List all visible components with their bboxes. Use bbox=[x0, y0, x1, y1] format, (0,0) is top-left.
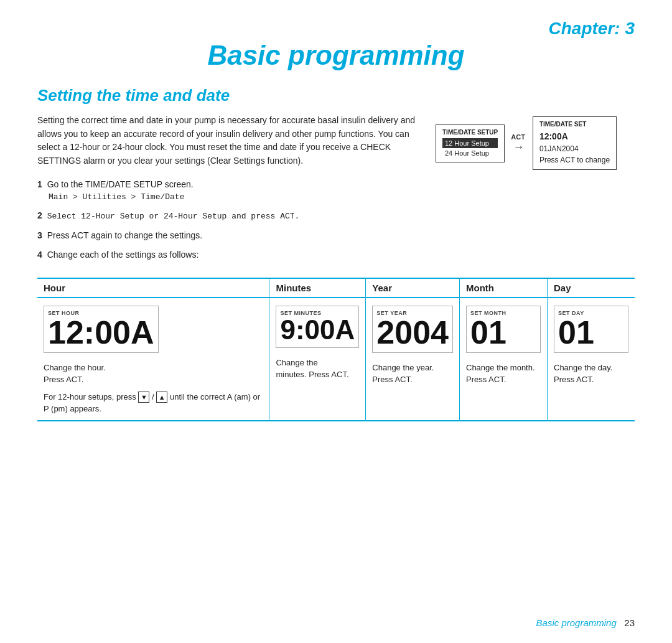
table-row-devices: SET HOUR 12:00A Change the hour. Press A… bbox=[37, 298, 635, 421]
minutes-desc: Change the minutes. Press ACT. bbox=[276, 357, 359, 381]
col-minutes: Minutes bbox=[269, 278, 366, 298]
diagram: TIME/DATE SETUP 12 Hour Setup 24 Hour Se… bbox=[436, 114, 635, 268]
footer-page: 23 bbox=[619, 617, 635, 628]
cell-year: SET YEAR 2004 Change the year. Press ACT… bbox=[366, 298, 460, 421]
chapter-label: Chapter: 3 bbox=[37, 19, 635, 39]
settings-table: Hour Minutes Year Month Day SET HOUR 12:… bbox=[37, 278, 635, 421]
cell-minutes: SET MINUTES 9:00A Change the minutes. Pr… bbox=[269, 298, 366, 421]
col-year: Year bbox=[366, 278, 460, 298]
section-title: Setting the time and date bbox=[37, 86, 635, 105]
step-4: 4 Change each of the settings as follows… bbox=[37, 248, 417, 261]
month-desc: Change the month. Press ACT. bbox=[466, 362, 541, 386]
diagram-arrow: → bbox=[513, 141, 525, 154]
diagram-act: ACT bbox=[511, 133, 525, 141]
cell-month: SET MONTH 01 Change the month. Press ACT… bbox=[460, 298, 548, 421]
cell-hour: SET HOUR 12:00A Change the hour. Press A… bbox=[37, 298, 269, 421]
step-2: 2 Select 12-Hour Setup or 24-Hour Setup … bbox=[37, 209, 417, 223]
year-desc: Change the year. Press ACT. bbox=[372, 362, 453, 386]
footer-text: Basic programming bbox=[536, 617, 617, 628]
col-month: Month bbox=[460, 278, 548, 298]
chapter-title: Basic programming bbox=[37, 40, 635, 71]
diagram-right: TIME/DATE SET 12:00A 01JAN2004 Press ACT… bbox=[533, 116, 617, 170]
step-1: 1 Go to the TIME/DATE SETUP screen. Main… bbox=[37, 178, 417, 204]
step-3: 3 Press ACT again to change the settings… bbox=[37, 229, 417, 242]
col-day: Day bbox=[548, 278, 635, 298]
diagram-left: TIME/DATE SETUP 12 Hour Setup 24 Hour Se… bbox=[436, 124, 505, 162]
up-arrow-icon: ▲ bbox=[156, 392, 167, 403]
page-footer: Basic programming 23 bbox=[536, 617, 635, 628]
col-hour: Hour bbox=[37, 278, 269, 298]
hour-desc-extra: For 12-hour setups, press ▼ / ▲ until th… bbox=[44, 391, 263, 415]
intro-text: Setting the correct time and date in you… bbox=[37, 114, 417, 168]
down-arrow-icon: ▼ bbox=[138, 392, 149, 403]
day-desc: Change the day. Press ACT. bbox=[554, 362, 628, 386]
cell-day: SET DAY 01 Change the day. Press ACT. bbox=[548, 298, 635, 421]
hour-desc: Change the hour. Press ACT. bbox=[44, 362, 263, 386]
